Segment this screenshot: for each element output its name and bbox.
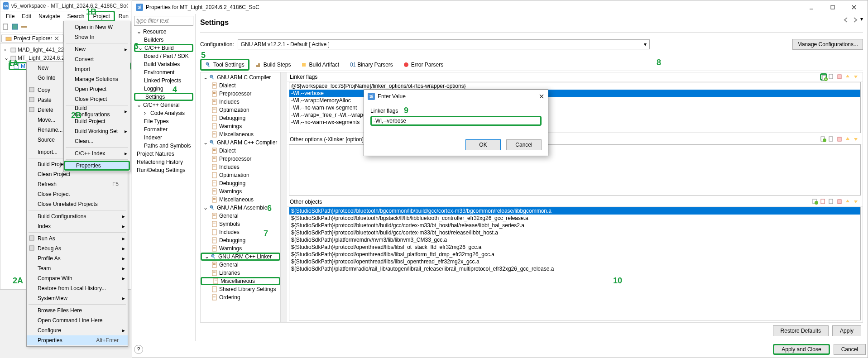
add-entry-icon[interactable] [820,73,827,81]
properties-tree-item[interactable]: Builders [134,36,193,44]
tool-tree-item[interactable]: Libraries [201,269,280,277]
context-menu-item[interactable]: SystemView▸ [27,293,128,303]
move-down-icon[interactable] [853,136,860,143]
properties-tree-item[interactable]: Environment [134,68,193,76]
edit-entry-icon[interactable] [828,198,835,205]
menu-navigate[interactable]: Navigate [35,12,63,20]
menu-item[interactable]: Open in New W [64,22,130,32]
move-up-icon[interactable] [844,73,852,81]
forward-arrow-icon[interactable] [851,16,859,24]
properties-tree-item[interactable]: Project Natures [134,150,193,158]
tool-tree-item[interactable]: Warnings [201,244,280,253]
tool-tree-scrollbar[interactable] [281,72,287,322]
tool-tree-item[interactable]: Dialect [201,147,280,155]
other-objects-list[interactable]: ${StudioSdkPath}/protocol/bluetooth/bgco… [289,207,861,320]
context-menu-item[interactable]: Team▸ [27,263,128,273]
move-down-icon[interactable] [853,73,860,81]
edit-entry-icon[interactable] [828,73,835,81]
tool-tree-item[interactable]: Optimization [201,106,280,114]
menu-item[interactable]: New▸ [64,44,130,54]
context-menu-item[interactable]: Index▸ [27,221,128,231]
list-item[interactable]: @${workspace_loc:/${ProjName}/linker_opt… [289,82,860,90]
list-item[interactable]: ${StudioSdkPath}/protocol/openthread/lib… [289,258,860,265]
filter-input[interactable] [134,16,193,26]
tool-tree-item[interactable]: Miscellaneous [201,277,280,285]
add-entry-icon[interactable] [820,136,827,143]
delete-entry-icon[interactable] [836,198,844,205]
tool-tree-item[interactable]: Shared Library Settings [201,285,280,293]
context-menu-item[interactable]: Compare With▸ [27,273,128,283]
list-item[interactable]: ${StudioSdkPath}/protocol/openthread/lib… [289,243,860,251]
list-item[interactable]: ${StudioSdkPath}/protocol/bluetooth/bgst… [289,215,860,222]
help-icon[interactable]: ? [134,345,143,354]
new-icon[interactable] [2,23,10,31]
menu-item[interactable]: Close Project [64,94,130,104]
delete-entry-icon[interactable] [836,136,844,143]
restore-defaults-button[interactable]: Restore Defaults [773,325,829,336]
properties-tree-item[interactable]: ›Code Analysis [134,109,193,117]
maximize-button[interactable] [822,2,843,13]
context-menu-item[interactable]: Close Project [27,189,128,199]
tool-tree-item[interactable]: ⌄GNU ARM C++ Linker [201,253,280,261]
tool-tree-item[interactable]: Preprocessor [201,155,280,163]
menu-item[interactable]: Convert [64,54,130,64]
back-arrow-icon[interactable] [842,16,850,24]
tool-tree-item[interactable]: ⌄GNU ARM C++ Compiler [201,138,280,147]
list-item[interactable]: ${StudioSdkPath}/protocol/bluetooth/bgco… [289,207,860,215]
context-menu-item[interactable]: Restore from Local History... [27,283,128,293]
configuration-select[interactable]: GNU ARM v12.2.1 - Default [ Active ] ▾ [238,39,650,49]
properties-tree-item[interactable]: ⌄Resource [134,28,193,36]
context-menu-item[interactable]: PropertiesAlt+Enter [27,335,128,345]
tool-tree-item[interactable]: Warnings [201,187,280,196]
tool-tree-item[interactable]: Dialect [201,81,280,90]
tab-build-artifact[interactable]: Build Artifact [297,59,343,71]
list-item[interactable]: ${StudioSdkPath}/protocol/bluetooth/buil… [289,229,860,236]
menu-item[interactable]: Show In [64,32,130,42]
menu-item[interactable]: Manage Solutions [64,74,130,84]
menu-file[interactable]: File [2,12,18,20]
context-menu-item[interactable]: Browse Files Here [27,305,128,315]
properties-tree-item[interactable]: File Types [134,117,193,125]
menu-edit[interactable]: Edit [18,12,35,20]
chevron-right-icon[interactable]: › [4,47,10,53]
add-path-icon[interactable] [820,198,827,205]
properties-tree-item[interactable]: Run/Debug Settings [134,166,193,174]
cancel-button[interactable]: Cancel [834,344,866,355]
tool-tree-item[interactable]: Optimization [201,171,280,179]
tool-tree-item[interactable]: Symbols [201,220,280,228]
move-up-icon[interactable] [844,136,852,143]
minimize-button[interactable] [801,2,821,13]
properties-tree-item[interactable]: Build Variables [134,60,193,68]
tab-tool-settings[interactable]: Tool Settings [200,59,249,71]
tool-tree-item[interactable]: Ordering [201,293,280,301]
properties-tree-item[interactable]: Paths and Symbols [134,142,193,150]
properties-tree-item[interactable]: Settings [134,93,193,101]
hammer-icon[interactable] [20,23,29,31]
tab-build-steps[interactable]: Build Steps [251,59,295,71]
apply-button[interactable]: Apply [832,325,861,336]
tab-error-parsers[interactable]: Error Parsers [399,59,447,71]
menu-item[interactable]: Properties [64,161,130,171]
properties-tree-item[interactable]: ⌄C/C++ Build [134,44,193,52]
tool-tree-item[interactable]: General [201,261,280,269]
move-down-icon[interactable] [853,198,860,205]
list-item[interactable]: ${StudioSdkPath}/protocol/openthread/lib… [289,251,860,258]
properties-tree-item[interactable]: Refactoring History [134,158,193,166]
tool-tree-item[interactable]: Warnings [201,122,280,130]
close-icon[interactable] [54,36,59,41]
menu-item[interactable]: Open Project [64,84,130,94]
list-item[interactable]: ${StudioSdkPath}/platform/emdrv/nvm3/lib… [289,236,860,243]
properties-tree-item[interactable]: Indexer [134,134,193,142]
move-up-icon[interactable] [844,198,852,205]
tool-tree-item[interactable]: Debugging [201,236,280,244]
tool-tree-item[interactable]: Includes [201,163,280,171]
edit-entry-icon[interactable] [828,136,835,143]
tool-tree-item[interactable]: Preprocessor [201,90,280,98]
menu-run[interactable]: Run [115,12,132,20]
ok-button[interactable]: OK [465,139,501,150]
close-button[interactable] [539,94,544,99]
save-icon[interactable] [11,23,19,31]
cancel-button[interactable]: Cancel [506,139,542,150]
context-menu-item[interactable]: Configure▸ [27,325,128,335]
tool-tree-item[interactable]: ⌄GNU ARM C Compiler [201,73,280,81]
